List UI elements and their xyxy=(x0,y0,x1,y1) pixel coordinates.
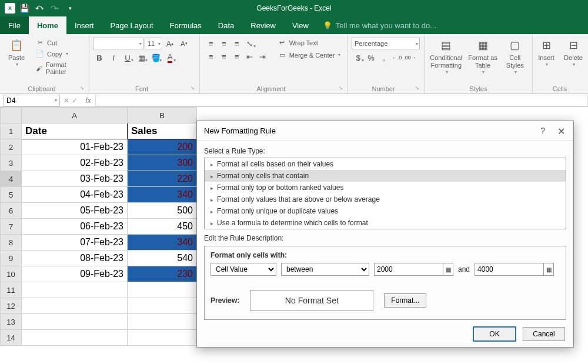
row-header[interactable]: 6 xyxy=(1,203,22,219)
rule-type-item[interactable]: Format only unique or duplicate values xyxy=(205,205,566,217)
operator-select[interactable]: between xyxy=(281,263,369,276)
rule-type-item[interactable]: Format all cells based on their values xyxy=(205,158,566,170)
copy-button[interactable]: 📄Copy▾ xyxy=(33,49,85,59)
orientation-button[interactable]: ⤡▾ xyxy=(243,38,256,49)
save-icon[interactable]: 💾 xyxy=(18,2,31,15)
font-name-combo[interactable] xyxy=(93,38,143,49)
cell-styles-button[interactable]: ▢ Cell Styles▾ xyxy=(502,35,528,75)
tab-page-layout[interactable]: Page Layout xyxy=(102,16,162,34)
sales-cell[interactable]: 300 xyxy=(128,155,197,171)
row-header[interactable]: 12 xyxy=(1,298,22,314)
tab-data[interactable]: Data xyxy=(210,16,242,34)
col-header-a[interactable]: A xyxy=(22,108,128,123)
align-left-button[interactable]: ≡ xyxy=(205,51,218,62)
date-cell[interactable]: 06-Feb-23 xyxy=(22,219,128,235)
row-header[interactable]: 7 xyxy=(1,219,22,235)
date-cell[interactable]: 03-Feb-23 xyxy=(22,171,128,187)
tab-file[interactable]: File xyxy=(0,16,29,34)
empty-cell[interactable] xyxy=(22,330,128,346)
date-cell[interactable]: 01-Feb-23 xyxy=(22,139,128,155)
align-middle-button[interactable]: ≡ xyxy=(218,38,230,49)
sales-cell[interactable]: 200 xyxy=(128,139,197,155)
value2-ref-button[interactable]: ▦ xyxy=(543,263,554,276)
empty-cell[interactable] xyxy=(128,282,197,298)
date-cell[interactable]: 04-Feb-23 xyxy=(22,187,128,203)
font-size-combo[interactable]: 11 xyxy=(145,38,162,49)
accounting-format-button[interactable]: $▾ xyxy=(352,52,365,64)
indent-button[interactable]: ⇥ xyxy=(256,51,269,62)
close-icon[interactable]: ✕ xyxy=(557,126,565,137)
row-header[interactable]: 2 xyxy=(1,139,22,155)
increase-font-button[interactable]: A▴ xyxy=(163,38,176,49)
empty-cell[interactable] xyxy=(128,330,197,346)
date-cell[interactable]: 08-Feb-23 xyxy=(22,251,128,266)
align-right-button[interactable]: ≡ xyxy=(230,51,243,62)
rule-type-list[interactable]: Format all cells based on their valuesFo… xyxy=(204,158,566,229)
row-header[interactable]: 4 xyxy=(1,171,22,187)
cancel-fx-icon[interactable]: ✕ xyxy=(64,96,69,105)
fill-color-button[interactable]: 🪣▾ xyxy=(149,52,162,64)
name-box[interactable]: D4 xyxy=(4,95,60,106)
cell-value-select[interactable]: Cell Value xyxy=(211,263,276,276)
underline-button[interactable]: U▾ xyxy=(121,52,134,64)
rule-type-item[interactable]: Use a formula to determine which cells t… xyxy=(205,217,566,229)
number-launcher[interactable]: ↘ xyxy=(415,85,419,91)
border-button[interactable]: ▦▾ xyxy=(135,52,148,64)
wrap-text-button[interactable]: ↩Wrap Text xyxy=(275,38,343,48)
rule-type-item[interactable]: Format only values that are above or bel… xyxy=(205,193,566,205)
bold-button[interactable]: B xyxy=(93,52,106,64)
row-header[interactable]: 9 xyxy=(1,251,22,266)
rule-type-item[interactable]: Format only top or bottom ranked values xyxy=(205,182,566,193)
tab-insert[interactable]: Insert xyxy=(66,16,102,34)
row-header[interactable]: 5 xyxy=(1,187,22,203)
empty-cell[interactable] xyxy=(22,298,128,314)
rule-type-item[interactable]: Format only cells that contain xyxy=(205,170,566,182)
number-format-combo[interactable]: Percentage xyxy=(352,38,420,49)
alignment-launcher[interactable]: ↘ xyxy=(339,85,343,91)
sales-cell[interactable]: 230 xyxy=(128,266,197,282)
row-header[interactable]: 1 xyxy=(1,123,22,139)
header-date-cell[interactable]: Date xyxy=(22,123,128,139)
enter-fx-icon[interactable]: ✓ xyxy=(72,96,78,105)
merge-center-button[interactable]: ▭Merge & Center▾ xyxy=(275,50,343,60)
dedent-button[interactable]: ⇤ xyxy=(243,51,256,62)
empty-cell[interactable] xyxy=(128,298,197,314)
font-color-button[interactable]: A▾ xyxy=(163,52,176,64)
undo-icon[interactable]: ↶▾ xyxy=(33,2,46,15)
qat-customize-icon[interactable]: ▾ xyxy=(64,2,76,15)
select-all-cell[interactable] xyxy=(1,108,22,123)
align-top-button[interactable]: ≡ xyxy=(205,38,218,49)
row-header[interactable]: 14 xyxy=(1,330,22,346)
insert-function-button[interactable]: fx xyxy=(81,96,95,105)
row-header[interactable]: 13 xyxy=(1,314,22,330)
row-header[interactable]: 8 xyxy=(1,235,22,251)
format-painter-button[interactable]: 🖌Format Painter xyxy=(33,60,85,76)
tab-formulas[interactable]: Formulas xyxy=(162,16,210,34)
tab-view[interactable]: View xyxy=(284,16,317,34)
align-center-button[interactable]: ≡ xyxy=(218,51,230,62)
empty-cell[interactable] xyxy=(22,314,128,330)
date-cell[interactable]: 02-Feb-23 xyxy=(22,155,128,171)
sales-cell[interactable]: 340 xyxy=(128,187,197,203)
header-sales-cell[interactable]: Sales xyxy=(128,123,197,139)
empty-cell[interactable] xyxy=(128,314,197,330)
date-cell[interactable]: 07-Feb-23 xyxy=(22,235,128,251)
decrease-font-button[interactable]: A▾ xyxy=(178,38,191,49)
date-cell[interactable]: 05-Feb-23 xyxy=(22,203,128,219)
tab-home[interactable]: Home xyxy=(29,16,66,34)
ok-button[interactable]: OK xyxy=(473,327,516,341)
comma-button[interactable]: , xyxy=(377,52,390,64)
value2-input[interactable] xyxy=(475,263,544,276)
sales-cell[interactable]: 500 xyxy=(128,203,197,219)
formula-input[interactable] xyxy=(95,95,588,106)
empty-cell[interactable] xyxy=(22,282,128,298)
format-button[interactable]: Format... xyxy=(384,293,426,308)
decrease-decimal-button[interactable]: .00→ xyxy=(403,52,416,64)
tell-me-search[interactable]: 💡 Tell me what you want to do... xyxy=(317,16,436,34)
italic-button[interactable]: I xyxy=(107,52,120,64)
dialog-help-button[interactable]: ? xyxy=(540,126,545,135)
date-cell[interactable]: 09-Feb-23 xyxy=(22,266,128,282)
row-header[interactable]: 11 xyxy=(1,282,22,298)
row-header[interactable]: 3 xyxy=(1,155,22,171)
conditional-formatting-button[interactable]: ▤ Conditional Formatting▾ xyxy=(429,35,463,75)
